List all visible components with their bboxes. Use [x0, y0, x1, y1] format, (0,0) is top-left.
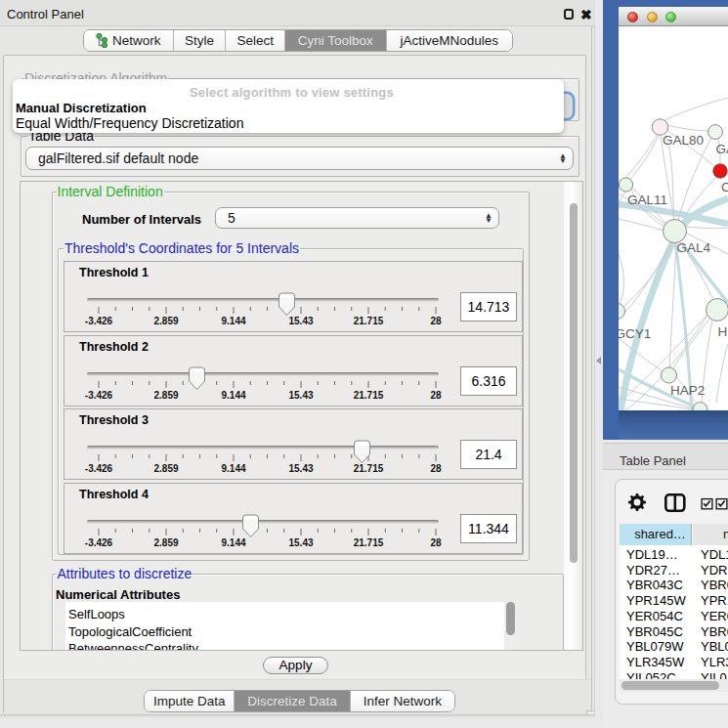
svg-text:GAL80: GAL80	[663, 133, 704, 148]
svg-text:GAL11: GAL11	[627, 193, 667, 207]
svg-text:H: H	[718, 324, 728, 339]
svg-text:GAL4: GAL4	[677, 240, 711, 255]
svg-text:C: C	[721, 180, 728, 194]
svg-text:GCY1: GCY1	[619, 326, 651, 341]
svg-text:GA: GA	[716, 142, 728, 156]
svg-text:HAP2: HAP2	[670, 383, 705, 398]
